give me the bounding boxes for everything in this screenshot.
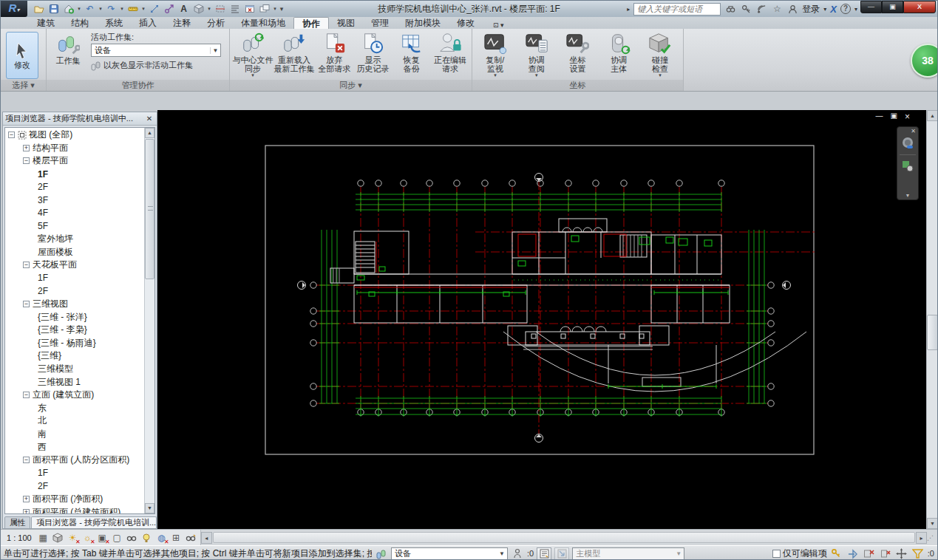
tab-分析[interactable]: 分析 [199,17,233,29]
browser-scrollbar[interactable]: ▲ ▼ [144,128,154,513]
tag-icon[interactable] [162,2,176,16]
modify-button[interactable]: 修改 [6,32,38,79]
restore-button[interactable]: ▣ [882,1,903,13]
tree-item[interactable]: 4F [5,207,144,220]
tab-properties[interactable]: 属性 [4,516,30,528]
detail-level-icon[interactable]: ▦ [37,532,50,544]
tree-item[interactable]: −楼层平面 [5,154,144,168]
floor-plan-drawing[interactable] [157,110,926,529]
tree-item[interactable]: 三维模型 [5,363,144,376]
coordinate-coordination-review-button[interactable]: 协调查阅▾ [517,31,557,78]
sync-reload-latest-button[interactable]: 重新载入最新工作集 [274,31,314,73]
tree-item[interactable]: 室外地坪 [5,233,144,246]
tree-item[interactable]: {三维 - 张洋} [5,310,144,324]
customize-qat-caret[interactable]: ▾ [279,5,285,13]
select-panel-footer[interactable]: 选择 ▾ [1,80,46,91]
search-input[interactable] [633,3,721,16]
tree-item[interactable]: {三维 - 李枭} [5,324,144,337]
view-restore-icon[interactable]: ▣ [891,112,897,122]
tab-建筑[interactable]: 建筑 [29,17,63,29]
tree-item[interactable]: 1F [5,466,144,479]
canvas-scroll-down-icon[interactable]: ▼ [927,518,938,529]
hscroll-right-icon[interactable]: ▸ [916,532,927,544]
sync-restore-backup-button[interactable]: 恢复备份 [393,31,430,73]
tree-item[interactable]: 东 [5,401,144,414]
status-workset-select[interactable]: 设备▼ [391,547,508,560]
design-options-icon[interactable] [537,547,551,560]
tab-修改[interactable]: 修改 [449,17,483,29]
aligned-dimension-icon[interactable] [147,2,161,16]
collapse-icon[interactable]: − [23,301,30,307]
sync-dropdown-caret[interactable]: ▾ [76,6,82,12]
view-dropdown-caret[interactable]: ▾ [206,6,212,12]
expand-icon[interactable]: + [23,496,30,502]
section-icon[interactable] [213,2,227,16]
select-underlay-icon[interactable] [863,547,876,559]
browser-scroll-thumb[interactable] [145,139,154,279]
tree-item[interactable]: 1F [5,168,144,181]
canvas-scrollbar[interactable]: ▲ ▼ [926,110,938,529]
view-close-icon[interactable]: × [905,112,910,122]
drawing-canvas[interactable]: — ▣ × ✕ ▼ [157,110,926,529]
tree-item[interactable]: 南 [5,428,144,441]
tree-item[interactable]: 西 [5,440,144,454]
tree-item[interactable]: −天花板平面 [5,259,144,272]
visual-style-icon[interactable] [52,532,64,544]
hscroll-track[interactable] [213,532,915,543]
navbar-caret-icon[interactable]: ▼ [905,193,911,199]
browser-scroll-up-icon[interactable]: ▲ [145,128,154,138]
collapse-icon[interactable]: − [23,392,30,398]
shadows-icon[interactable]: ☼✕ [81,532,94,544]
show-crop-region-icon[interactable]: ▢ [111,532,123,544]
gray-inactive-worksets-button[interactable]: 以灰色显示非活动工作集 [91,60,221,71]
select-pinned-icon[interactable] [879,547,892,559]
collapse-icon[interactable]: − [23,157,30,164]
close-inactive-windows-icon[interactable] [242,2,256,16]
tree-item[interactable]: −视图 (全部) [5,129,144,142]
tree-item[interactable]: 2F [5,284,144,298]
tree-item[interactable]: {三维} [5,349,144,363]
tab-视图[interactable]: 视图 [329,17,363,29]
open-icon[interactable] [32,2,46,16]
hscroll-left-icon[interactable]: ◂ [201,532,212,544]
tree-item[interactable]: 5F [5,219,144,233]
tree-item[interactable]: +面积平面 (净面积) [5,493,144,506]
measure-dropdown-caret[interactable]: ▾ [140,6,146,12]
reveal-hidden-icon[interactable] [126,532,138,544]
sign-in-caret[interactable]: ▾ [823,6,826,13]
save-icon[interactable] [47,2,61,16]
coordinate-interference-check-button[interactable]: 碰撞检查▾ [640,31,680,78]
favorites-star-icon[interactable]: ☆ [771,3,783,15]
help-icon[interactable]: ? [840,4,851,14]
editable-only-checkbox-row[interactable]: 仅可编辑项 [772,547,827,560]
resize-grip[interactable]: ⋰ [927,532,937,544]
tab-系统[interactable]: 系统 [97,17,131,29]
active-workset-select[interactable]: 设备▼ [91,44,221,57]
tree-item[interactable]: −立面 (建筑立面) [5,389,144,402]
tab-project-browser[interactable]: 项目浏览器 - 技师学院机电培训... [31,516,157,528]
temporary-hide-icon[interactable] [140,532,153,544]
drag-elements-icon[interactable] [895,547,908,559]
browser-scroll-down-icon[interactable]: ▼ [145,503,154,513]
tab-体量和场地[interactable]: 体量和场地 [233,17,293,29]
crop-region-icon[interactable]: ⊞ [170,532,183,544]
tab-插入[interactable]: 插入 [131,17,165,29]
expand-icon[interactable]: + [23,509,30,513]
worksharing-display-icon[interactable]: ◍✕ [155,532,168,544]
redo-icon[interactable]: ↷ [104,2,118,16]
zoom-tool-icon[interactable] [900,159,915,174]
editable-only-checkbox[interactable] [772,550,781,558]
tab-协作[interactable]: 协作 [293,17,329,29]
reveal-constraints-icon[interactable] [185,532,197,544]
expand-icon[interactable]: + [23,145,30,151]
default-3d-view-icon[interactable] [191,2,205,16]
canvas-scroll-thumb[interactable] [927,315,938,350]
tree-item[interactable]: 3F [5,194,144,207]
collapse-icon[interactable]: − [23,262,30,268]
help-caret[interactable]: ▾ [854,6,857,13]
exchange-apps-icon[interactable]: X [830,4,837,15]
tree-item[interactable]: 三维视图 1 [5,375,144,389]
tab-结构[interactable]: 结构 [63,17,97,29]
design-option-select[interactable]: 主模型▼ [572,547,684,560]
switch-windows-icon[interactable] [257,2,271,16]
